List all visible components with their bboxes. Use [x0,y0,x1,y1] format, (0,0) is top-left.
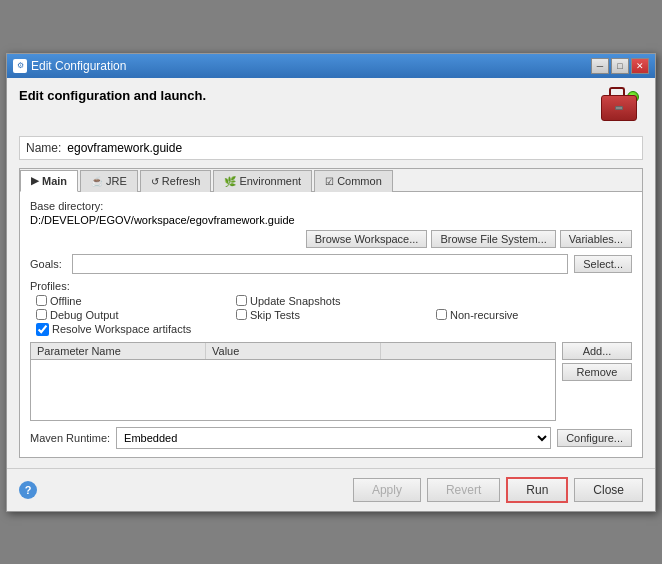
header-icon-area [595,88,643,128]
offline-checkbox[interactable] [36,295,47,306]
tab-environment[interactable]: 🌿 Environment [213,170,312,192]
environment-tab-icon: 🌿 [224,176,236,187]
briefcase-latch [615,106,623,110]
resolve-workspace-checkbox[interactable] [36,323,49,336]
bottom-right: Apply Revert Run Close [353,477,643,503]
header-area: Edit configuration and launch. [19,88,643,128]
briefcase-body [601,95,637,121]
debug-output-checkbox-item: Debug Output [36,309,232,321]
goals-row: Goals: Select... [30,254,632,274]
params-col-name: Parameter Name [31,343,206,359]
resolve-row: Resolve Workspace artifacts [36,323,632,336]
tab-main[interactable]: ▶ Main [20,170,78,192]
minimize-button[interactable]: ─ [591,58,609,74]
dialog-content: Edit configuration and launch. Name: ego… [7,78,655,468]
skip-tests-checkbox-item: Skip Tests [236,309,432,321]
help-icon[interactable]: ? [19,481,37,499]
base-directory-value: D:/DEVELOP/EGOV/workspace/egovframework.… [30,214,632,226]
profiles-label: Profiles: [30,280,632,292]
params-body[interactable] [31,360,555,420]
tab-jre-label: JRE [106,175,127,187]
name-value: egovframework.guide [67,141,636,155]
tab-content-main: Base directory: D:/DEVELOP/EGOV/workspac… [20,192,642,457]
title-bar-left: ⚙ Edit Configuration [13,59,126,73]
checkboxes-grid: Offline Update Snapshots Debug Output [36,295,632,321]
tabs-container: ▶ Main ☕ JRE ↺ Refresh 🌿 Environment ☑ [19,168,643,458]
configure-button[interactable]: Configure... [557,429,632,447]
non-recursive-checkbox[interactable] [436,309,447,320]
params-header: Parameter Name Value [31,343,555,360]
params-buttons: Add... Remove [562,342,632,421]
offline-label: Offline [50,295,82,307]
maven-runtime-label: Maven Runtime: [30,432,110,444]
title-bar: ⚙ Edit Configuration ─ □ ✕ [7,54,655,78]
tab-environment-label: Environment [239,175,301,187]
tab-jre[interactable]: ☕ JRE [80,170,138,192]
tab-common[interactable]: ☑ Common [314,170,393,192]
title-bar-controls: ─ □ ✕ [591,58,649,74]
browse-workspace-button[interactable]: Browse Workspace... [306,230,428,248]
params-table: Parameter Name Value [30,342,556,421]
resolve-workspace-label: Resolve Workspace artifacts [52,323,191,335]
common-tab-icon: ☑ [325,176,334,187]
browse-filesystem-button[interactable]: Browse File System... [431,230,555,248]
params-col-extra [381,343,555,359]
skip-tests-checkbox[interactable] [236,309,247,320]
tab-refresh[interactable]: ↺ Refresh [140,170,212,192]
params-col-value: Value [206,343,381,359]
goals-input[interactable] [72,254,568,274]
main-tab-icon: ▶ [31,175,39,186]
refresh-tab-icon: ↺ [151,176,159,187]
briefcase-handle [609,87,625,95]
briefcase-icon [601,95,637,121]
jre-tab-icon: ☕ [91,176,103,187]
close-button-bottom[interactable]: Close [574,478,643,502]
non-recursive-checkbox-item: Non-recursive [436,309,632,321]
revert-button[interactable]: Revert [427,478,500,502]
non-recursive-label: Non-recursive [450,309,518,321]
apply-button[interactable]: Apply [353,478,421,502]
run-button[interactable]: Run [506,477,568,503]
dialog-title: Edit configuration and launch. [19,88,206,103]
maven-runtime-row: Maven Runtime: Embedded Configure... [30,427,632,449]
update-snapshots-label: Update Snapshots [250,295,341,307]
remove-button[interactable]: Remove [562,363,632,381]
tabs-row: ▶ Main ☕ JRE ↺ Refresh 🌿 Environment ☑ [20,169,642,192]
params-area: Parameter Name Value Add... Remove [30,342,632,421]
tab-refresh-label: Refresh [162,175,201,187]
profiles-section: Profiles: Offline Update Snapshots [30,280,632,336]
base-directory-label: Base directory: [30,200,632,212]
bottom-left: ? [19,481,37,499]
select-button[interactable]: Select... [574,255,632,273]
name-label: Name: [26,141,61,155]
name-row: Name: egovframework.guide [19,136,643,160]
maximize-button[interactable]: □ [611,58,629,74]
main-window: ⚙ Edit Configuration ─ □ ✕ Edit configur… [6,53,656,512]
empty-col [436,295,632,307]
window-title: Edit Configuration [31,59,126,73]
offline-checkbox-item: Offline [36,295,232,307]
bottom-bar: ? Apply Revert Run Close [7,468,655,511]
update-snapshots-checkbox[interactable] [236,295,247,306]
add-button[interactable]: Add... [562,342,632,360]
maven-runtime-select[interactable]: Embedded [116,427,551,449]
debug-output-label: Debug Output [50,309,119,321]
tab-main-label: Main [42,175,67,187]
goals-label: Goals: [30,258,66,270]
update-snapshots-checkbox-item: Update Snapshots [236,295,432,307]
browse-buttons-row: Browse Workspace... Browse File System..… [30,230,632,248]
debug-output-checkbox[interactable] [36,309,47,320]
variables-button[interactable]: Variables... [560,230,632,248]
skip-tests-label: Skip Tests [250,309,300,321]
close-button[interactable]: ✕ [631,58,649,74]
window-icon: ⚙ [13,59,27,73]
tab-common-label: Common [337,175,382,187]
